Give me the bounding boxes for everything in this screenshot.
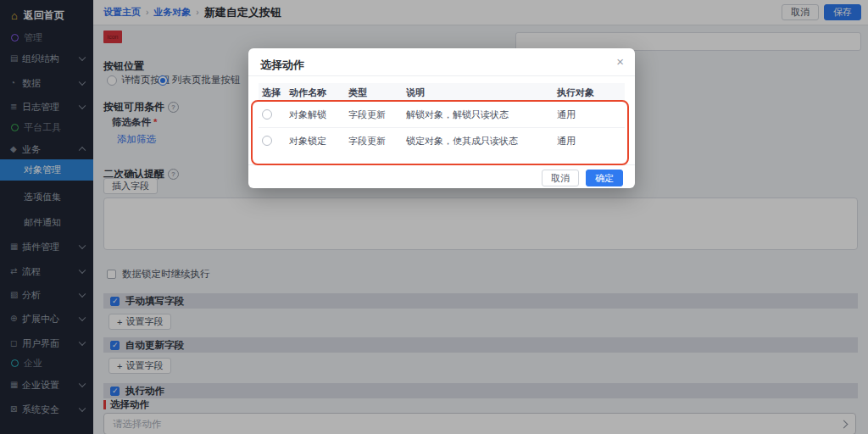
select-action-modal: 选择动作 × 选择 动作名称 类型 说明 执行对象 对象解锁 字段更新 解锁对象… <box>248 48 635 188</box>
action-table: 选择 动作名称 类型 说明 执行对象 对象解锁 字段更新 解锁对象，解锁只读状态… <box>259 83 625 153</box>
divider <box>248 164 635 165</box>
table-header-row: 选择 动作名称 类型 说明 执行对象 <box>259 83 625 102</box>
modal-ok-button[interactable]: 确定 <box>586 170 623 186</box>
table-row-object-unlock[interactable]: 对象解锁 字段更新 解锁对象，解锁只读状态 通用 <box>259 102 625 128</box>
modal-title: 选择动作 <box>260 58 304 73</box>
table-row-object-lock[interactable]: 对象锁定 字段更新 锁定对象，使其成只读状态 通用 <box>259 128 625 153</box>
radio-icon[interactable] <box>262 136 272 146</box>
modal-cancel-button[interactable]: 取消 <box>542 170 579 186</box>
radio-icon[interactable] <box>262 109 272 120</box>
close-icon[interactable]: × <box>616 55 624 68</box>
divider <box>248 75 635 76</box>
